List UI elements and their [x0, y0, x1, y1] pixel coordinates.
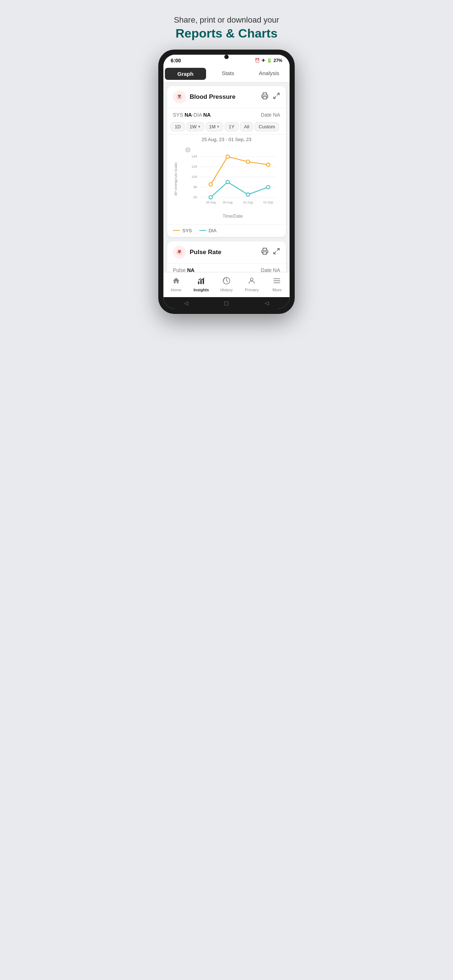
nav-history[interactable]: History [214, 275, 239, 293]
svg-rect-1 [263, 97, 266, 99]
svg-point-21 [246, 160, 249, 163]
home-indicator: ◁ ▢ ◁ [163, 297, 290, 309]
bp-header-right [261, 92, 280, 101]
svg-text:31-Aug: 31-Aug [243, 200, 253, 204]
home-icon [172, 277, 180, 287]
svg-point-22 [266, 163, 270, 166]
legend-sys-line [173, 230, 180, 231]
pulse-stats-row: Pulse NA Date NA [167, 264, 286, 272]
nav-insights[interactable]: Insights [188, 275, 214, 293]
screen-content[interactable]: Blood Pressure [163, 83, 290, 272]
more-icon [273, 277, 281, 287]
bp-header-left: Blood Pressure [173, 91, 236, 103]
top-tabs: Graph Stats Analysis [163, 65, 290, 83]
camera-dot [224, 55, 229, 59]
phone-frame: 6:00 ⏰ ✈ 🔋 27% Graph Stats Analysis [158, 49, 295, 314]
bp-y-axis-label: BP mmHg(Auto Scale) [174, 162, 178, 195]
header-text: Share, print or download your Reports & … [158, 14, 295, 41]
filter-all[interactable]: All [240, 122, 253, 131]
tab-stats[interactable]: Stats [207, 65, 249, 82]
filter-1d[interactable]: 1D [171, 122, 185, 131]
battery-percent: 27% [274, 58, 282, 63]
pulse-icon [173, 246, 186, 259]
nav-home-label: Home [171, 288, 181, 292]
svg-point-26 [266, 185, 270, 188]
pulse-expand-icon[interactable] [273, 248, 280, 257]
legend-dia-line [199, 230, 206, 231]
pulse-card-header: Pulse Rate [167, 241, 286, 264]
blood-pressure-card: Blood Pressure [167, 86, 286, 237]
svg-line-30 [274, 252, 276, 254]
bp-expand-icon[interactable] [273, 92, 280, 101]
primary-icon [248, 277, 256, 287]
svg-rect-32 [200, 280, 202, 284]
bp-card-header: Blood Pressure [167, 86, 286, 108]
legend-dia-label: DIA [209, 228, 217, 233]
nav-recent-indicator: ◁ [265, 300, 269, 306]
tab-analysis[interactable]: Analysis [248, 65, 290, 82]
svg-point-24 [226, 180, 229, 183]
tab-graph[interactable]: Graph [165, 68, 206, 80]
phone-screen: 6:00 ⏰ ✈ 🔋 27% Graph Stats Analysis [163, 55, 290, 309]
svg-line-2 [277, 93, 279, 95]
svg-text:140: 140 [191, 154, 197, 158]
battery-icon: 🔋 [266, 58, 272, 63]
nav-more[interactable]: More [265, 275, 290, 293]
filter-1w[interactable]: 1W ▼ [187, 122, 204, 131]
svg-text:28-Aug: 28-Aug [206, 200, 215, 204]
svg-point-20 [226, 155, 229, 158]
alarm-icon: ⏰ [255, 58, 260, 63]
bp-legend: SYS DIA [167, 224, 286, 237]
gear-settings-icon[interactable] [185, 147, 190, 154]
pulse-rate-card: Pulse Rate [167, 241, 286, 272]
bp-icon [173, 91, 186, 103]
bp-time-filters: 1D 1W ▼ 1M ▼ 1Y All Custom [167, 121, 286, 135]
legend-dia: DIA [199, 228, 217, 233]
status-icons: ⏰ ✈ 🔋 27% [255, 58, 282, 63]
legend-sys: SYS [173, 228, 192, 233]
svg-text:80: 80 [193, 185, 197, 189]
bottom-nav: Home Insights [163, 272, 290, 297]
svg-rect-33 [203, 278, 204, 284]
bp-x-axis-label: Time/Date [185, 213, 280, 221]
filter-1y[interactable]: 1Y [225, 122, 239, 131]
pulse-header-left: Pulse Rate [173, 246, 222, 259]
insights-icon [197, 277, 205, 287]
svg-point-25 [246, 193, 249, 196]
nav-back-indicator: ◁ [184, 300, 188, 306]
bp-sys-dia: SYS NA-DIA NA [173, 112, 211, 118]
pulse-header-right [261, 248, 280, 257]
legend-sys-label: SYS [182, 228, 192, 233]
bp-print-icon[interactable] [261, 92, 268, 101]
svg-text:01-Sep: 01-Sep [263, 200, 273, 204]
header-title: Reports & Charts [158, 26, 295, 41]
svg-rect-28 [263, 252, 266, 255]
nav-home[interactable]: Home [163, 275, 188, 293]
filter-custom[interactable]: Custom [255, 122, 279, 131]
nav-more-label: More [273, 288, 282, 292]
svg-line-29 [277, 249, 279, 251]
bp-stats-row: SYS NA-DIA NA Date NA [167, 108, 286, 121]
nav-primary-label: Primary [245, 288, 258, 292]
nav-primary[interactable]: Primary [239, 275, 265, 293]
svg-text:60: 60 [193, 195, 197, 199]
page-wrapper: Share, print or download your Reports & … [151, 0, 302, 325]
svg-point-23 [209, 196, 212, 199]
header-subtitle: Share, print or download your [158, 14, 295, 26]
nav-home-indicator: ▢ [224, 300, 229, 306]
svg-point-35 [250, 278, 253, 280]
pulse-card-title: Pulse Rate [190, 249, 222, 256]
status-time: 6:00 [171, 57, 181, 64]
bp-chart-container: BP mmHg(Auto Scale) [167, 145, 286, 224]
bp-date-range: 25 Aug, 23 - 01 Sep, 23 [167, 135, 286, 145]
nav-history-label: History [220, 288, 233, 292]
svg-point-19 [209, 183, 212, 186]
svg-rect-31 [198, 281, 199, 284]
bp-card-title: Blood Pressure [190, 93, 236, 100]
airplane-icon: ✈ [262, 58, 265, 63]
history-icon [222, 277, 231, 287]
filter-1m[interactable]: 1M ▼ [206, 122, 223, 131]
pulse-print-icon[interactable] [261, 248, 268, 257]
svg-point-4 [187, 149, 188, 151]
pulse-value-display: Pulse NA [173, 267, 195, 272]
